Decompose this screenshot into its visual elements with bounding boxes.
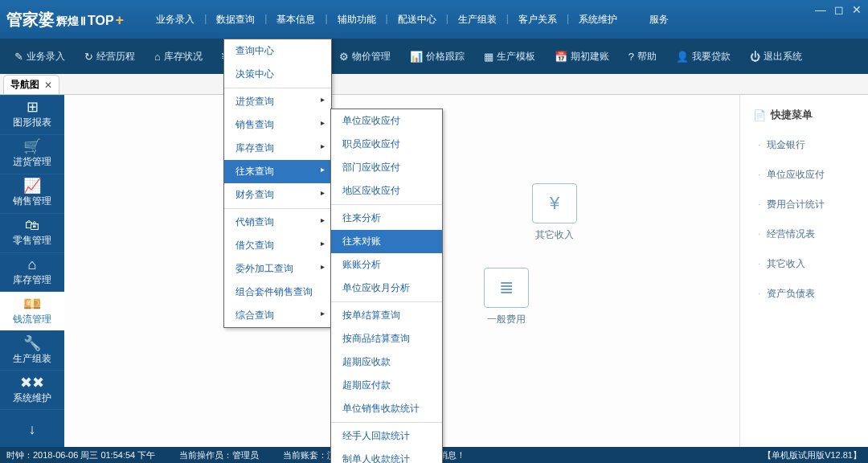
logo-main: 管家婆 xyxy=(6,9,55,31)
退出系统-icon: ⏻ xyxy=(750,51,760,63)
window-controls: — ◻ ✕ xyxy=(815,3,862,16)
top-menu-生产组装[interactable]: 生产组装 xyxy=(450,10,505,30)
tool-库存状况[interactable]: ⌂库存状况 xyxy=(145,50,212,64)
menu-item-单位应收应付[interactable]: 单位应收应付 xyxy=(331,109,442,133)
top-menu-基本信息[interactable]: 基本信息 xyxy=(268,10,323,30)
quick-link-经营情况表[interactable]: 经营情况表 xyxy=(740,219,868,249)
其它收入-icon: ¥ xyxy=(532,183,577,223)
sidebar-item-零售管理[interactable]: 🛍零售管理 xyxy=(0,213,64,252)
top-menu-系统维护[interactable]: 系统维护 xyxy=(571,10,625,30)
menu-item-部门应收应付[interactable]: 部门应收应付 xyxy=(331,156,442,179)
menu-item-单位应收月分析[interactable]: 单位应收月分析 xyxy=(331,277,442,300)
menu-item-库存查询[interactable]: 库存查询 xyxy=(224,137,331,160)
sidebar-item-库存管理[interactable]: ⌂库存管理 xyxy=(0,252,64,292)
tool-生产模板[interactable]: ▦生产模板 xyxy=(474,50,545,64)
more-icon: ↓ xyxy=(29,422,36,436)
minimize-button[interactable]: — xyxy=(815,3,826,16)
menu-item-账账分析[interactable]: 账账分析 xyxy=(331,253,442,277)
dropdown-receivable-query: 单位应收应付职员应收应付部门应收应付地区应收应付往来分析往来对账账账分析单位应收… xyxy=(330,109,443,463)
top-menu: 业务录入|数据查询|基本信息|辅助功能|配送中心|生产组装|客户关系|系统维护服… xyxy=(148,10,677,30)
sidebar-item-系统维护[interactable]: ✖✖系统维护 xyxy=(0,370,64,409)
menu-item-决策中心[interactable]: 决策中心 xyxy=(224,63,331,86)
tab-navigation-map[interactable]: 导航图 ✕ xyxy=(3,75,59,94)
menu-item-借欠查询[interactable]: 借欠查询 xyxy=(224,234,331,257)
库存管理-icon: ⌂ xyxy=(28,257,37,272)
tool-经营历程[interactable]: ↻经营历程 xyxy=(75,50,145,64)
一般费用-icon: ≣ xyxy=(484,268,529,308)
logo-plus: + xyxy=(116,12,125,29)
tile-其它收入[interactable]: ¥其它收入 xyxy=(514,183,595,242)
menu-item-往来对账[interactable]: 往来对账 xyxy=(331,230,442,253)
maximize-button[interactable]: ◻ xyxy=(834,3,844,16)
quick-link-资产负债表[interactable]: 资产负债表 xyxy=(740,279,868,309)
生产模板-icon: ▦ xyxy=(484,51,493,63)
tile-一般费用[interactable]: ≣一般费用 xyxy=(466,268,547,326)
tool-业务录入[interactable]: ✎业务录入 xyxy=(5,50,75,64)
quick-menu-title: 快捷菜单 xyxy=(740,104,868,130)
tool-物价管理[interactable]: ⚙物价管理 xyxy=(330,50,400,64)
sidebar-item-进货管理[interactable]: 🛒进货管理 xyxy=(0,134,64,174)
logo-roman: Ⅱ xyxy=(80,14,86,27)
menu-item-往来查询[interactable]: 往来查询 xyxy=(224,160,331,183)
tool-价格跟踪[interactable]: 📊价格跟踪 xyxy=(400,50,474,64)
sidebar: ⊞图形报表🛒进货管理📈销售管理🛍零售管理⌂库存管理💴钱流管理🔧生产组装✖✖系统维… xyxy=(0,95,64,449)
tool-期初建账[interactable]: 📅期初建账 xyxy=(545,50,619,64)
menu-item-制单人收款统计[interactable]: 制单人收款统计 xyxy=(331,448,442,463)
图形报表-icon: ⊞ xyxy=(27,100,39,114)
tool-我要贷款[interactable]: 👤我要贷款 xyxy=(666,50,740,64)
tab-row: 导航图 ✕ xyxy=(0,74,868,95)
系统维护-icon: ✖✖ xyxy=(20,375,44,390)
menu-item-组合套件销售查询[interactable]: 组合套件销售查询 xyxy=(224,281,331,304)
tool-退出系统[interactable]: ⏻退出系统 xyxy=(740,50,812,64)
top-menu-数据查询[interactable]: 数据查询 xyxy=(208,10,263,30)
sidebar-item-图形报表[interactable]: ⊞图形报表 xyxy=(0,95,64,134)
quick-link-现金银行[interactable]: 现金银行 xyxy=(740,130,868,160)
top-menu-配送中心[interactable]: 配送中心 xyxy=(390,10,444,30)
menu-item-按单结算查询[interactable]: 按单结算查询 xyxy=(331,304,442,327)
status-operator: 当前操作员：管理员 xyxy=(179,449,259,461)
menu-item-单位销售收款统计[interactable]: 单位销售收款统计 xyxy=(331,397,442,420)
sidebar-item-more[interactable]: ↓ xyxy=(0,409,64,449)
sidebar-item-钱流管理[interactable]: 💴钱流管理 xyxy=(0,291,64,330)
销售管理-icon: 📈 xyxy=(23,178,41,193)
menu-item-销售查询[interactable]: 销售查询 xyxy=(224,113,331,137)
menu-item-委外加工查询[interactable]: 委外加工查询 xyxy=(224,257,331,281)
价格跟踪-icon: 📊 xyxy=(410,51,423,63)
menu-item-超期应付款[interactable]: 超期应付款 xyxy=(331,374,442,397)
quick-link-其它收入[interactable]: 其它收入 xyxy=(740,249,868,279)
top-menu-服务[interactable]: 服务 xyxy=(641,10,677,30)
menu-item-代销查询[interactable]: 代销查询 xyxy=(224,211,331,234)
tool-帮助[interactable]: ?帮助 xyxy=(619,50,666,64)
tab-close-icon[interactable]: ✕ xyxy=(44,80,52,91)
sidebar-item-生产组装[interactable]: 🔧生产组装 xyxy=(0,330,64,370)
top-menu-客户关系[interactable]: 客户关系 xyxy=(510,10,565,30)
menu-item-查询中心[interactable]: 查询中心 xyxy=(224,39,331,63)
menu-item-财务查询[interactable]: 财务查询 xyxy=(224,183,331,207)
menu-item-地区应收应付[interactable]: 地区应收应付 xyxy=(331,179,442,203)
quick-menu-panel: 快捷菜单 现金银行单位应收应付费用合计统计经营情况表其它收入资产负债表 xyxy=(739,95,868,449)
menu-item-往来分析[interactable]: 往来分析 xyxy=(331,207,442,230)
menu-item-综合查询[interactable]: 综合查询 xyxy=(224,304,331,327)
menu-item-按商品结算查询[interactable]: 按商品结算查询 xyxy=(331,327,442,350)
toolbar: ✎业务录入↻经营历程⌂库存状况¥¥现🔍销售统计⚙物价管理📊价格跟踪▦生产模板📅期… xyxy=(0,39,868,74)
menu-item-经手人回款统计[interactable]: 经手人回款统计 xyxy=(331,424,442,448)
quick-link-费用合计统计[interactable]: 费用合计统计 xyxy=(740,190,868,219)
期初建账-icon: 📅 xyxy=(555,51,567,63)
menu-item-超期应收款[interactable]: 超期应收款 xyxy=(331,350,442,374)
status-version: 【单机版试用版V12.81】 xyxy=(763,449,862,461)
logo-top: TOP xyxy=(88,14,114,28)
logo-sub: 辉煌 xyxy=(56,14,79,29)
status-time: 时钟：2018-06-06 周三 01:54:54 下午 xyxy=(6,449,155,461)
top-menu-辅助功能[interactable]: 辅助功能 xyxy=(330,10,384,30)
进货管理-icon: 🛒 xyxy=(23,139,41,154)
库存状况-icon: ⌂ xyxy=(154,51,161,63)
业务录入-icon: ✎ xyxy=(14,51,23,63)
close-button[interactable]: ✕ xyxy=(852,3,862,16)
top-menu-业务录入[interactable]: 业务录入 xyxy=(148,10,203,30)
钱流管理-icon: 💴 xyxy=(23,297,41,311)
quick-link-单位应收应付[interactable]: 单位应收应付 xyxy=(740,160,868,190)
menu-item-职员应收应付[interactable]: 职员应收应付 xyxy=(331,133,442,156)
menu-item-进货查询[interactable]: 进货查询 xyxy=(224,90,331,113)
sidebar-item-销售管理[interactable]: 📈销售管理 xyxy=(0,174,64,213)
app-logo: 管家婆 辉煌 Ⅱ TOP + xyxy=(6,9,124,31)
